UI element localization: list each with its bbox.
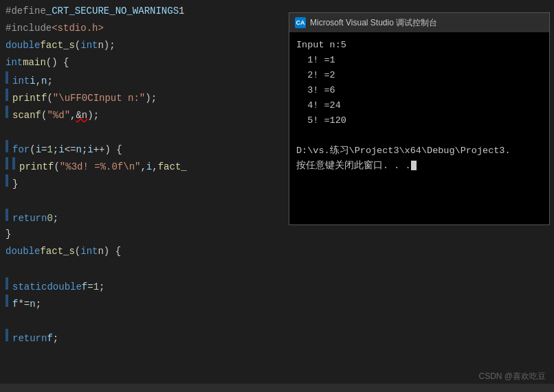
code-text: i	[87, 141, 93, 159]
code-text: for	[12, 141, 30, 159]
code-text: 1	[47, 141, 52, 159]
code-text: ;	[53, 141, 58, 159]
code-text: main	[23, 54, 46, 71]
console-icon-label: CA	[296, 19, 305, 26]
code-text: "%d"	[47, 107, 70, 124]
code-text: 0	[47, 210, 52, 227]
code-line-20: return f;	[0, 329, 554, 346]
code-text: n	[30, 296, 35, 313]
console-output-blank	[296, 128, 542, 143]
console-body: Input n:5 1! =1 2! =2 3! =6 4! =24 5! =1…	[289, 32, 549, 224]
csdn-watermark: CSDN @喜欢吃豆	[478, 371, 546, 382]
code-text: }	[5, 226, 11, 243]
code-text: "\uFF0CInput n:"	[53, 90, 145, 107]
code-text: 1	[93, 279, 99, 296]
console-output-1: Input n:5	[296, 38, 542, 53]
code-text: );	[87, 107, 99, 124]
console-output-close: 按任意键关闭此窗口. . .	[296, 159, 542, 174]
code-text: f	[82, 279, 87, 296]
code-text: ,	[36, 73, 41, 90]
code-text: static	[12, 279, 47, 296]
code-text: fact_	[158, 159, 187, 176]
code-text: =	[87, 279, 93, 296]
code-line-15: double fact_s(int n) {	[0, 243, 554, 260]
code-text: ++) {	[93, 141, 122, 159]
code-text: i	[30, 73, 35, 90]
code-text: =	[41, 141, 47, 159]
console-icon: CA	[295, 17, 306, 28]
code-text: (	[41, 107, 47, 124]
code-text: () {	[46, 54, 69, 71]
code-text: fact_s	[40, 37, 74, 54]
code-text: return	[12, 210, 47, 227]
code-text: f	[12, 296, 18, 313]
code-text: );	[145, 90, 157, 107]
code-text: <=	[65, 141, 76, 159]
code-text: 1	[179, 3, 184, 20]
code-text: &n	[76, 107, 87, 124]
code-text: "%3d! =%.0f\n"	[60, 159, 141, 176]
code-text: ,	[70, 107, 76, 124]
code-line-14: }	[0, 226, 554, 243]
code-text: (	[54, 159, 59, 176]
code-text: <stdio.h>	[52, 20, 104, 37]
code-text: scanf	[12, 107, 41, 124]
code-text: (	[30, 141, 35, 159]
console-output-5: 4! =24	[296, 98, 542, 113]
console-window: CA Microsoft Visual Studio 调试控制台 Input n…	[289, 12, 550, 225]
code-text: (	[75, 243, 80, 260]
code-text: #include	[5, 20, 52, 37]
code-text: double	[47, 279, 81, 296]
console-titlebar: CA Microsoft Visual Studio 调试控制台	[289, 13, 549, 32]
code-text: ;	[53, 330, 58, 347]
code-text: ;	[53, 210, 58, 227]
code-text: _CRT_SECURE_NO_WARNINGS	[46, 3, 179, 20]
code-text: return	[12, 330, 47, 347]
code-text: int	[80, 37, 98, 54]
code-text: fact_s	[40, 243, 74, 260]
code-text: }	[12, 176, 18, 193]
code-text: n	[41, 73, 47, 90]
code-text: *=	[18, 296, 30, 313]
code-text: i	[58, 141, 64, 159]
code-text: ;	[47, 73, 52, 90]
console-output-6: 5! =120	[296, 113, 542, 128]
code-text: double	[5, 37, 40, 54]
code-text: i	[146, 159, 152, 176]
code-text: ,	[152, 159, 157, 176]
code-text: printf	[12, 90, 47, 107]
code-text: printf	[19, 159, 54, 176]
code-line-17: static double f = 1;	[0, 277, 554, 295]
console-output-2: 1! =1	[296, 53, 542, 68]
code-text: ;	[99, 279, 104, 296]
code-line-18: f *= n;	[0, 295, 554, 312]
code-text: double	[5, 243, 40, 260]
code-text: #define	[5, 3, 46, 20]
code-text: (	[75, 37, 80, 54]
code-text: ;	[82, 141, 87, 159]
console-output-path: D:\vs.练习\Project3\x64\Debug\Project3.	[296, 143, 542, 159]
code-text: int	[80, 243, 98, 260]
code-text: int	[12, 73, 30, 90]
code-text: ,	[140, 159, 146, 176]
code-line-16	[0, 260, 554, 277]
code-text: (	[47, 90, 52, 107]
code-text: n	[76, 141, 81, 159]
code-text: ;	[36, 296, 41, 313]
console-title: Microsoft Visual Studio 调试控制台	[310, 17, 437, 29]
code-text: i	[36, 141, 41, 159]
console-output-3: 2! =2	[296, 68, 542, 83]
code-text: int	[5, 54, 23, 71]
scrollbar[interactable]	[0, 384, 554, 392]
code-text: n);	[98, 37, 115, 54]
code-text: n) {	[98, 243, 121, 260]
console-output-4: 3! =6	[296, 83, 542, 98]
code-text: f	[47, 330, 52, 347]
code-line-19	[0, 312, 554, 329]
